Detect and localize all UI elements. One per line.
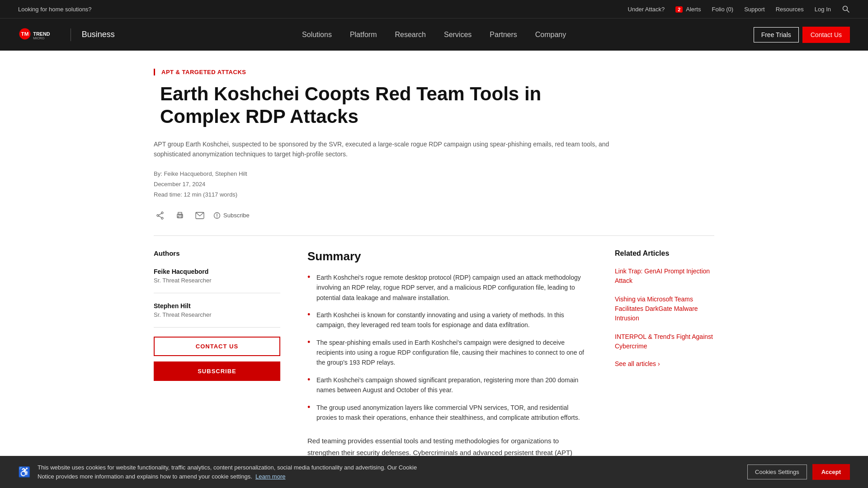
svg-point-7 [161, 217, 163, 219]
authors-title: Authors [154, 249, 280, 257]
svg-rect-13 [178, 216, 182, 218]
article-title: Earth Koshchei Coopts Red Team Tools in … [154, 83, 561, 128]
related-article-3[interactable]: INTERPOL & Trend's Fight Against Cybercr… [615, 332, 714, 351]
svg-text:TM: TM [21, 31, 29, 37]
article-authors: By: Feike Hacquebord, Stephen Hilt [154, 169, 714, 179]
author-2-title: Sr. Threat Researcher [154, 311, 280, 318]
nav-company[interactable]: Company [526, 19, 575, 51]
author-1-name: Feike Hacquebord [154, 268, 280, 275]
learn-more-link[interactable]: Learn more [255, 473, 285, 480]
svg-text:TREND: TREND [33, 31, 50, 37]
authors-sidebar: Authors Feike Hacquebord Sr. Threat Rese… [154, 249, 280, 381]
nav-services[interactable]: Services [435, 19, 481, 51]
logo-business: Business [82, 30, 115, 39]
article-meta: By: Feike Hacquebord, Stephen Hilt Decem… [154, 169, 714, 200]
svg-text:MICRO: MICRO [33, 36, 44, 40]
share-bar: Subscribe [154, 209, 714, 222]
see-all-articles-link[interactable]: See all articles › [615, 360, 714, 367]
section-divider [154, 235, 714, 236]
content-wrapper: APT & Targeted Attacks Earth Koshchei Co… [118, 51, 750, 488]
home-solutions-link[interactable]: Looking for home solutions? [18, 6, 92, 13]
nav-research[interactable]: Research [386, 19, 434, 51]
nav-partners[interactable]: Partners [481, 19, 526, 51]
svg-line-10 [159, 216, 161, 218]
sidebar-subscribe-button[interactable]: SUBSCRIBE [154, 361, 280, 381]
free-trials-button[interactable]: Free Trials [754, 27, 799, 42]
email-icon[interactable] [193, 209, 206, 222]
author-2-block: Stephen Hilt Sr. Threat Researcher [154, 302, 280, 328]
print-icon[interactable] [174, 209, 186, 222]
accessibility-icon[interactable]: ♿ [18, 465, 30, 479]
related-article-2[interactable]: Vishing via Microsoft Teams Facilitates … [615, 295, 714, 323]
related-articles-title: Related Articles [615, 249, 714, 258]
svg-line-1 [847, 10, 849, 13]
sidebar-contact-us-button[interactable]: CONTACT US [154, 337, 280, 356]
bullet-1: Earth Koshchei's rogue remote desktop pr… [307, 272, 588, 303]
article-header: APT & Targeted Attacks Earth Koshchei Co… [154, 69, 714, 222]
author-1-title: Sr. Threat Researcher [154, 277, 280, 284]
cookie-bar: ♿ This website uses cookies for website … [0, 456, 868, 488]
author-1-block: Feike Hacquebord Sr. Threat Researcher [154, 268, 280, 293]
resources-link[interactable]: Resources [776, 6, 804, 13]
chevron-right-icon: › [658, 360, 660, 367]
logo-divider [71, 28, 71, 41]
svg-line-9 [159, 213, 161, 215]
nav-cta-group: Free Trials Contact Us [754, 27, 850, 43]
article-description: APT group Earth Koshchei, suspected to b… [154, 139, 615, 160]
alerts-badge: 2 [675, 6, 683, 13]
summary-title: Summary [307, 249, 588, 263]
accept-cookies-button[interactable]: Accept [812, 464, 850, 480]
search-icon[interactable] [842, 5, 850, 13]
cookie-left: ♿ This website uses cookies for website … [18, 463, 425, 481]
author-2-name: Stephen Hilt [154, 302, 280, 310]
trend-micro-logo[interactable]: TM TREND MICRO [18, 27, 60, 42]
bullet-5: The group used anonymization layers like… [307, 403, 588, 423]
top-bar: Looking for home solutions? Under Attack… [0, 0, 868, 18]
bullet-4: Earth Koshchei's campaign showed signifi… [307, 375, 588, 395]
support-link[interactable]: Support [744, 6, 765, 13]
folio-link[interactable]: Folio (0) [712, 6, 733, 13]
cookie-text: This website uses cookies for website fu… [38, 463, 425, 481]
main-nav: TM TREND MICRO Business Solutions Platfo… [0, 18, 868, 51]
related-article-1[interactable]: Link Trap: GenAI Prompt Injection Attack [615, 267, 714, 286]
bullet-2: Earth Koshchei is known for constantly i… [307, 310, 588, 330]
nav-logo: TM TREND MICRO Business [18, 27, 115, 42]
article-read-time: Read time: 12 min (3117 words) [154, 189, 714, 200]
share-icon[interactable] [154, 209, 166, 222]
svg-point-14 [182, 215, 183, 216]
article-date: December 17, 2024 [154, 179, 714, 189]
svg-point-8 [157, 215, 159, 216]
under-attack-link[interactable]: Under Attack? [628, 6, 665, 13]
see-all-label: See all articles [615, 360, 656, 367]
subscribe-text: Subscribe [223, 212, 250, 219]
article-category[interactable]: APT & Targeted Attacks [154, 69, 714, 75]
alerts-link[interactable]: 2 Alerts [675, 6, 701, 13]
cookies-settings-button[interactable]: Cookies Settings [747, 465, 807, 479]
cookie-right: Cookies Settings Accept [747, 464, 850, 480]
main-content: Summary Earth Koshchei's rogue remote de… [307, 249, 588, 488]
top-bar-right: Under Attack? 2 Alerts Folio (0) Support… [628, 5, 850, 13]
subscribe-link[interactable]: Subscribe [213, 212, 250, 219]
nav-solutions[interactable]: Solutions [293, 19, 341, 51]
login-link[interactable]: Log In [815, 6, 831, 13]
svg-point-6 [161, 212, 163, 214]
contact-us-nav-button[interactable]: Contact Us [802, 27, 850, 43]
main-layout: Authors Feike Hacquebord Sr. Threat Rese… [154, 249, 714, 488]
alerts-label: Alerts [686, 6, 701, 13]
bullet-3: The spear-phishing emails used in Earth … [307, 338, 588, 368]
related-articles-sidebar: Related Articles Link Trap: GenAI Prompt… [615, 249, 714, 367]
nav-links: Solutions Platform Research Services Par… [293, 19, 575, 51]
nav-platform[interactable]: Platform [341, 19, 386, 51]
summary-bullets: Earth Koshchei's rogue remote desktop pr… [307, 272, 588, 423]
